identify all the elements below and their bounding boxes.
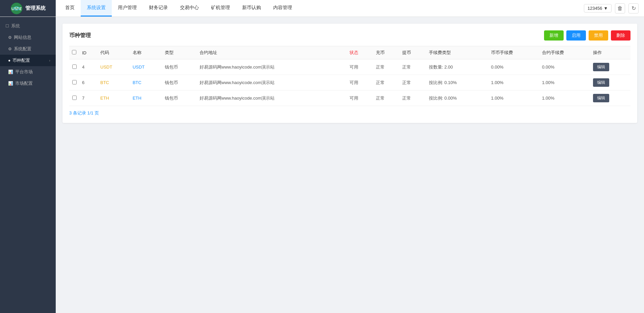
- select-all-checkbox[interactable]: [72, 50, 76, 54]
- th-withdraw: 提币: [400, 46, 426, 59]
- cell-fee-type: 按比例: 0.00%: [426, 90, 489, 106]
- add-button[interactable]: 新增: [544, 30, 564, 41]
- delete-button[interactable]: 删除: [611, 30, 630, 41]
- sidebar-item-label: 系统配置: [14, 46, 31, 52]
- cell-contract: 好易源码网www.haoyicode.com演示站: [197, 75, 347, 90]
- th-fee-type: 手续费类型: [426, 46, 489, 59]
- edit-button-1[interactable]: 编辑: [593, 78, 609, 87]
- cell-coin-fee: 1.00%: [488, 75, 539, 90]
- delete-icon-btn[interactable]: 🗑: [615, 3, 625, 14]
- cell-recharge: 正常: [373, 59, 400, 75]
- tab-content[interactable]: 内容管理: [267, 0, 298, 17]
- edit-button-2[interactable]: 编辑: [593, 94, 609, 102]
- cell-status: 可用: [347, 75, 373, 90]
- table-header-row: ID 代码 名称 类型 合约地址 状态 充币 提币 手续费类型 币币手续费 合约…: [69, 46, 630, 59]
- cell-type: 钱包币: [162, 59, 197, 75]
- sidebar-item-label: 平台市场: [15, 69, 33, 75]
- enable-button[interactable]: 启用: [566, 30, 586, 41]
- cell-name: USDT: [130, 59, 162, 75]
- th-status: 状态: [347, 46, 373, 59]
- cell-contract-fee: 1.00%: [539, 75, 590, 90]
- tab-users[interactable]: 用户管理: [112, 0, 143, 17]
- table-row: 4 USDT USDT 钱包币 好易源码网www.haoyicode.com演示…: [69, 59, 630, 75]
- th-contract: 合约地址: [197, 46, 347, 59]
- tab-finance[interactable]: 财务记录: [143, 0, 174, 17]
- th-action: 操作: [590, 46, 630, 59]
- main-layout: ☐ 系统 ⚙ 网站信息 ⚙ 系统配置 ● 币种配置 › 📊 平台市场 📊 市场配…: [0, 17, 644, 313]
- nav-right: 123456 ▼ 🗑 ↻: [584, 3, 644, 14]
- edit-button-0[interactable]: 编辑: [593, 63, 609, 71]
- sidebar: ☐ 系统 ⚙ 网站信息 ⚙ 系统配置 ● 币种配置 › 📊 平台市场 📊 市场配…: [0, 17, 56, 313]
- row-checkbox-cell: [69, 75, 79, 90]
- cell-withdraw: 正常: [400, 75, 426, 90]
- row-checkbox-cell: [69, 59, 79, 75]
- row-checkbox-0[interactable]: [72, 64, 77, 69]
- logo-text: 管理系统: [25, 5, 46, 11]
- sidebar-group-label-text: 系统: [11, 23, 20, 29]
- cell-id: 6: [79, 75, 98, 90]
- cell-status: 可用: [347, 90, 373, 106]
- th-id: ID: [79, 46, 98, 59]
- pagination-info: 3 条记录 1/1 页: [69, 110, 630, 116]
- sidebar-item-sys-config[interactable]: ⚙ 系统配置: [0, 43, 56, 55]
- cell-contract-fee: 0.00%: [539, 59, 590, 75]
- cell-recharge: 正常: [373, 90, 400, 106]
- action-buttons: 新增 启用 禁用 删除: [544, 30, 630, 41]
- trash-icon: 🗑: [617, 5, 623, 11]
- cell-id: 7: [79, 90, 98, 106]
- th-recharge: 充币: [373, 46, 400, 59]
- checkbox-icon: ☐: [5, 24, 9, 28]
- cell-status: 可用: [347, 59, 373, 75]
- gear-icon-2: ⚙: [8, 47, 12, 51]
- chart-icon: 📊: [8, 70, 13, 74]
- content-area: 币种管理 新增 启用 禁用 删除 ID 代码 名称: [56, 17, 644, 313]
- tab-newcoin[interactable]: 新币认购: [236, 0, 267, 17]
- page-title: 币种管理: [69, 32, 91, 39]
- chart-icon-2: 📊: [8, 81, 13, 86]
- sidebar-item-label: 市场配置: [15, 80, 33, 86]
- nav-tabs: 首页 系统设置 用户管理 财务记录 交易中心 矿机管理 新币认购 内容管理: [56, 0, 584, 17]
- cell-recharge: 正常: [373, 75, 400, 90]
- table-row: 6 BTC BTC 钱包币 好易源码网www.haoyicode.com演示站 …: [69, 75, 630, 90]
- th-code: 代码: [98, 46, 130, 59]
- logo-icon: USDZ: [10, 2, 23, 15]
- cell-name: BTC: [130, 75, 162, 90]
- cell-contract: 好易源码网www.haoyicode.com演示站: [197, 59, 347, 75]
- data-table: ID 代码 名称 类型 合约地址 状态 充币 提币 手续费类型 币币手续费 合约…: [69, 46, 630, 106]
- cell-action: 编辑: [590, 75, 630, 90]
- th-name: 名称: [130, 46, 162, 59]
- user-dropdown[interactable]: 123456 ▼: [584, 4, 612, 12]
- sidebar-item-platform[interactable]: 📊 平台市场: [0, 66, 56, 78]
- cell-contract-fee: 1.00%: [539, 90, 590, 106]
- table-row: 7 ETH ETH 钱包币 好易源码网www.haoyicode.com演示站 …: [69, 90, 630, 106]
- cell-id: 4: [79, 59, 98, 75]
- row-checkbox-2[interactable]: [72, 96, 77, 100]
- sidebar-item-site-info[interactable]: ⚙ 网站信息: [0, 32, 56, 43]
- sidebar-item-market-config[interactable]: 📊 市场配置: [0, 78, 56, 89]
- cell-fee-type: 按比例: 0.10%: [426, 75, 489, 90]
- page-card: 币种管理 新增 启用 禁用 删除 ID 代码 名称: [62, 24, 637, 123]
- logo-area: USDZ 管理系统: [0, 0, 56, 17]
- top-navigation: USDZ 管理系统 首页 系统设置 用户管理 财务记录 交易中心 矿机管理 新币…: [0, 0, 644, 17]
- tab-system[interactable]: 系统设置: [81, 0, 112, 17]
- tab-mining[interactable]: 矿机管理: [205, 0, 236, 17]
- sidebar-item-coin-config[interactable]: ● 币种配置 ›: [0, 55, 56, 66]
- tab-trade[interactable]: 交易中心: [174, 0, 205, 17]
- arrow-right-icon: ›: [49, 58, 50, 62]
- cell-withdraw: 正常: [400, 59, 426, 75]
- th-checkbox: [69, 46, 79, 59]
- sidebar-item-label: 网站信息: [14, 34, 31, 41]
- cell-fee-type: 按数量: 2.00: [426, 59, 489, 75]
- th-coin-fee: 币币手续费: [488, 46, 539, 59]
- disable-button[interactable]: 禁用: [589, 30, 608, 41]
- page-header: 币种管理 新增 启用 禁用 删除: [69, 30, 630, 41]
- refresh-icon-btn[interactable]: ↻: [628, 3, 639, 14]
- cell-action: 编辑: [590, 59, 630, 75]
- cell-withdraw: 正常: [400, 90, 426, 106]
- cell-code: ETH: [98, 90, 130, 106]
- cell-action: 编辑: [590, 90, 630, 106]
- sidebar-group-system[interactable]: ☐ 系统: [0, 20, 56, 32]
- tab-home[interactable]: 首页: [59, 0, 81, 17]
- row-checkbox-1[interactable]: [72, 80, 77, 84]
- cell-code: BTC: [98, 75, 130, 90]
